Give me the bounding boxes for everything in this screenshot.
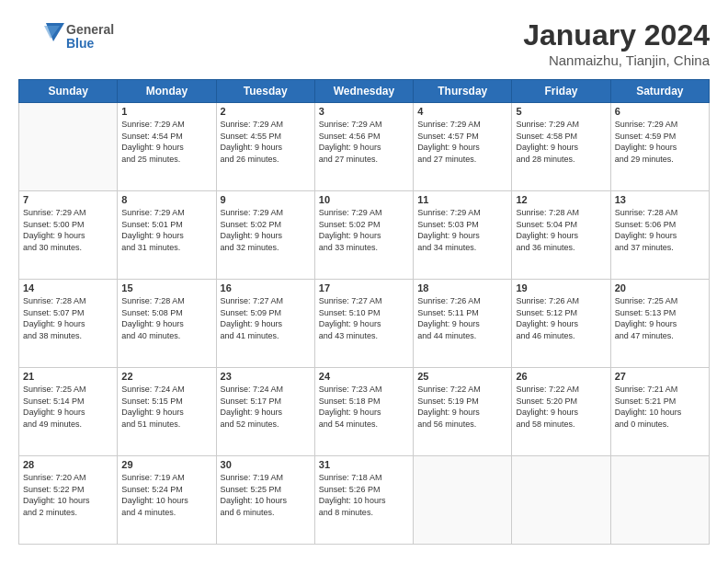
day-number: 10 bbox=[319, 194, 409, 205]
calendar-cell: 29Sunrise: 7:19 AM Sunset: 5:24 PM Dayli… bbox=[118, 456, 216, 545]
calendar-cell: 1Sunrise: 7:29 AM Sunset: 4:54 PM Daylig… bbox=[118, 103, 216, 191]
day-content: Sunrise: 7:29 AM Sunset: 5:02 PM Dayligh… bbox=[221, 207, 311, 253]
day-content: Sunrise: 7:21 AM Sunset: 5:21 PM Dayligh… bbox=[615, 384, 705, 430]
day-content: Sunrise: 7:26 AM Sunset: 5:12 PM Dayligh… bbox=[516, 295, 606, 341]
day-number: 13 bbox=[615, 194, 705, 205]
calendar-cell: 22Sunrise: 7:24 AM Sunset: 5:15 PM Dayli… bbox=[118, 368, 216, 456]
calendar-cell: 21Sunrise: 7:25 AM Sunset: 5:14 PM Dayli… bbox=[19, 368, 118, 456]
calendar-cell bbox=[610, 456, 709, 545]
calendar-table: SundayMondayTuesdayWednesdayThursdayFrid… bbox=[18, 79, 710, 545]
calendar-cell: 25Sunrise: 7:22 AM Sunset: 5:19 PM Dayli… bbox=[414, 368, 512, 456]
day-number: 5 bbox=[516, 106, 606, 117]
day-content: Sunrise: 7:28 AM Sunset: 5:08 PM Dayligh… bbox=[121, 295, 211, 341]
day-number: 20 bbox=[615, 282, 705, 293]
day-number: 21 bbox=[23, 371, 113, 382]
logo: General Blue bbox=[18, 18, 114, 55]
calendar-cell: 18Sunrise: 7:26 AM Sunset: 5:11 PM Dayli… bbox=[414, 280, 512, 368]
calendar-cell: 15Sunrise: 7:28 AM Sunset: 5:08 PM Dayli… bbox=[118, 280, 216, 368]
day-content: Sunrise: 7:24 AM Sunset: 5:15 PM Dayligh… bbox=[121, 384, 211, 430]
calendar-week-row: 7Sunrise: 7:29 AM Sunset: 5:00 PM Daylig… bbox=[19, 191, 710, 280]
weekday-header: Wednesday bbox=[314, 80, 413, 103]
day-number: 3 bbox=[319, 106, 409, 117]
logo-icon bbox=[18, 18, 64, 55]
calendar-cell bbox=[414, 456, 512, 545]
calendar-cell: 27Sunrise: 7:21 AM Sunset: 5:21 PM Dayli… bbox=[610, 368, 709, 456]
calendar-cell: 3Sunrise: 7:29 AM Sunset: 4:56 PM Daylig… bbox=[314, 103, 413, 191]
day-number: 22 bbox=[121, 371, 211, 382]
day-content: Sunrise: 7:29 AM Sunset: 4:59 PM Dayligh… bbox=[615, 119, 705, 165]
day-content: Sunrise: 7:29 AM Sunset: 4:58 PM Dayligh… bbox=[516, 119, 606, 165]
calendar-cell: 5Sunrise: 7:29 AM Sunset: 4:58 PM Daylig… bbox=[512, 103, 610, 191]
logo-blue-text: Blue bbox=[66, 37, 114, 51]
day-number: 31 bbox=[319, 459, 409, 470]
weekday-header: Saturday bbox=[610, 80, 709, 103]
title-block: January 2024 Nanmaizhu, Tianjin, China bbox=[523, 18, 710, 68]
calendar-cell: 4Sunrise: 7:29 AM Sunset: 4:57 PM Daylig… bbox=[414, 103, 512, 191]
calendar-location: Nanmaizhu, Tianjin, China bbox=[523, 52, 710, 68]
weekday-header: Tuesday bbox=[216, 80, 314, 103]
weekday-header: Sunday bbox=[19, 80, 118, 103]
calendar-cell: 10Sunrise: 7:29 AM Sunset: 5:02 PM Dayli… bbox=[314, 191, 413, 280]
day-content: Sunrise: 7:29 AM Sunset: 4:57 PM Dayligh… bbox=[417, 119, 507, 165]
calendar-week-row: 28Sunrise: 7:20 AM Sunset: 5:22 PM Dayli… bbox=[19, 456, 710, 545]
calendar-cell: 31Sunrise: 7:18 AM Sunset: 5:26 PM Dayli… bbox=[314, 456, 413, 545]
day-number: 8 bbox=[121, 194, 211, 205]
calendar-week-row: 1Sunrise: 7:29 AM Sunset: 4:54 PM Daylig… bbox=[19, 103, 710, 191]
calendar-cell: 26Sunrise: 7:22 AM Sunset: 5:20 PM Dayli… bbox=[512, 368, 610, 456]
calendar-cell: 2Sunrise: 7:29 AM Sunset: 4:55 PM Daylig… bbox=[216, 103, 314, 191]
calendar-cell: 9Sunrise: 7:29 AM Sunset: 5:02 PM Daylig… bbox=[216, 191, 314, 280]
calendar-cell: 23Sunrise: 7:24 AM Sunset: 5:17 PM Dayli… bbox=[216, 368, 314, 456]
day-content: Sunrise: 7:20 AM Sunset: 5:22 PM Dayligh… bbox=[23, 472, 113, 518]
day-number: 9 bbox=[221, 194, 311, 205]
day-content: Sunrise: 7:29 AM Sunset: 5:01 PM Dayligh… bbox=[121, 207, 211, 253]
calendar-cell: 16Sunrise: 7:27 AM Sunset: 5:09 PM Dayli… bbox=[216, 280, 314, 368]
calendar-cell: 12Sunrise: 7:28 AM Sunset: 5:04 PM Dayli… bbox=[512, 191, 610, 280]
day-number: 29 bbox=[121, 459, 211, 470]
day-number: 19 bbox=[516, 282, 606, 293]
calendar-cell: 20Sunrise: 7:25 AM Sunset: 5:13 PM Dayli… bbox=[610, 280, 709, 368]
day-number: 24 bbox=[319, 371, 409, 382]
day-content: Sunrise: 7:23 AM Sunset: 5:18 PM Dayligh… bbox=[319, 384, 409, 430]
day-number: 16 bbox=[221, 282, 311, 293]
day-content: Sunrise: 7:27 AM Sunset: 5:09 PM Dayligh… bbox=[221, 295, 311, 341]
day-content: Sunrise: 7:22 AM Sunset: 5:20 PM Dayligh… bbox=[516, 384, 606, 430]
calendar-header: SundayMondayTuesdayWednesdayThursdayFrid… bbox=[19, 80, 710, 103]
day-number: 25 bbox=[417, 371, 507, 382]
logo-label: General Blue bbox=[66, 23, 114, 52]
calendar-cell: 7Sunrise: 7:29 AM Sunset: 5:00 PM Daylig… bbox=[19, 191, 118, 280]
weekday-header: Friday bbox=[512, 80, 610, 103]
calendar-cell: 24Sunrise: 7:23 AM Sunset: 5:18 PM Dayli… bbox=[314, 368, 413, 456]
day-number: 11 bbox=[417, 194, 507, 205]
calendar-cell: 14Sunrise: 7:28 AM Sunset: 5:07 PM Dayli… bbox=[19, 280, 118, 368]
calendar-cell: 28Sunrise: 7:20 AM Sunset: 5:22 PM Dayli… bbox=[19, 456, 118, 545]
day-content: Sunrise: 7:29 AM Sunset: 5:02 PM Dayligh… bbox=[319, 207, 409, 253]
day-number: 18 bbox=[417, 282, 507, 293]
day-content: Sunrise: 7:25 AM Sunset: 5:14 PM Dayligh… bbox=[23, 384, 113, 430]
day-number: 12 bbox=[516, 194, 606, 205]
day-content: Sunrise: 7:25 AM Sunset: 5:13 PM Dayligh… bbox=[615, 295, 705, 341]
calendar-week-row: 14Sunrise: 7:28 AM Sunset: 5:07 PM Dayli… bbox=[19, 280, 710, 368]
calendar-cell: 13Sunrise: 7:28 AM Sunset: 5:06 PM Dayli… bbox=[610, 191, 709, 280]
day-content: Sunrise: 7:26 AM Sunset: 5:11 PM Dayligh… bbox=[417, 295, 507, 341]
calendar-cell: 19Sunrise: 7:26 AM Sunset: 5:12 PM Dayli… bbox=[512, 280, 610, 368]
header: General Blue January 2024 Nanmaizhu, Tia… bbox=[18, 18, 710, 68]
day-content: Sunrise: 7:29 AM Sunset: 5:00 PM Dayligh… bbox=[23, 207, 113, 253]
day-number: 17 bbox=[319, 282, 409, 293]
calendar-cell: 6Sunrise: 7:29 AM Sunset: 4:59 PM Daylig… bbox=[610, 103, 709, 191]
calendar-cell: 8Sunrise: 7:29 AM Sunset: 5:01 PM Daylig… bbox=[118, 191, 216, 280]
calendar-cell: 30Sunrise: 7:19 AM Sunset: 5:25 PM Dayli… bbox=[216, 456, 314, 545]
day-content: Sunrise: 7:28 AM Sunset: 5:07 PM Dayligh… bbox=[23, 295, 113, 341]
weekday-header: Monday bbox=[118, 80, 216, 103]
day-content: Sunrise: 7:28 AM Sunset: 5:06 PM Dayligh… bbox=[615, 207, 705, 253]
calendar-cell bbox=[19, 103, 118, 191]
day-number: 27 bbox=[615, 371, 705, 382]
day-number: 23 bbox=[221, 371, 311, 382]
day-number: 2 bbox=[221, 106, 311, 117]
calendar-week-row: 21Sunrise: 7:25 AM Sunset: 5:14 PM Dayli… bbox=[19, 368, 710, 456]
calendar-cell bbox=[512, 456, 610, 545]
day-number: 6 bbox=[615, 106, 705, 117]
day-number: 7 bbox=[23, 194, 113, 205]
calendar-body: 1Sunrise: 7:29 AM Sunset: 4:54 PM Daylig… bbox=[19, 103, 710, 545]
weekday-row: SundayMondayTuesdayWednesdayThursdayFrid… bbox=[19, 80, 710, 103]
day-content: Sunrise: 7:29 AM Sunset: 5:03 PM Dayligh… bbox=[417, 207, 507, 253]
